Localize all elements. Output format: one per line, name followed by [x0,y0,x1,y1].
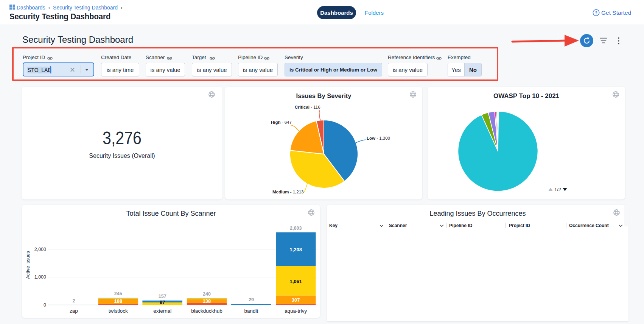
svg-text:2,000: 2,000 [34,247,46,252]
svg-text:1,000: 1,000 [34,274,46,280]
svg-text:29: 29 [249,297,254,302]
svg-text:245: 245 [114,291,122,296]
svg-text:zap: zap [70,308,78,314]
svg-text:0: 0 [44,302,46,308]
svg-text:bandit: bandit [244,308,258,314]
svg-text:Active Issues: Active Issues [25,251,31,279]
svg-text:157: 157 [159,294,166,299]
svg-text:twistlock: twistlock [109,308,128,314]
svg-text:external: external [153,308,171,314]
svg-text:1,061: 1,061 [289,279,302,284]
svg-text:307: 307 [292,297,300,303]
svg-text:1,208: 1,208 [289,247,302,252]
svg-text:240: 240 [203,291,211,297]
svg-text:2,603: 2,603 [290,226,302,231]
svg-text:138: 138 [203,298,211,304]
svg-text:blackduckhub: blackduckhub [191,308,222,314]
svg-text:2: 2 [73,298,75,304]
svg-text:?: ? [595,11,597,15]
svg-text:87: 87 [160,299,165,305]
svg-text:188: 188 [114,298,122,304]
svg-text:aqua-trivy: aqua-trivy [285,308,307,314]
